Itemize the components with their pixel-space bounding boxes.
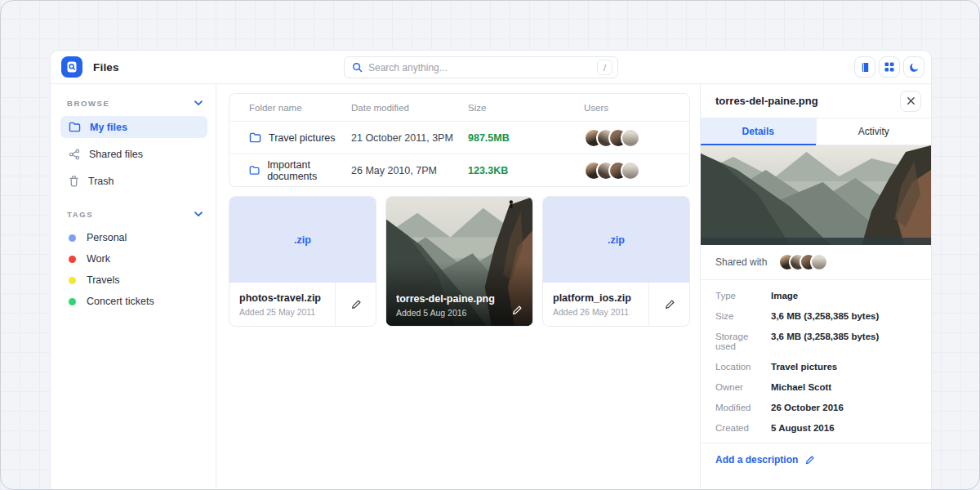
moon-icon[interactable] <box>903 56 924 78</box>
table-row[interactable]: Important documents 26 May 2010, 7PM 123… <box>229 154 689 186</box>
column-header: Date modified <box>351 103 468 113</box>
date-modified: 26 May 2010, 7PM <box>351 165 468 176</box>
sidebar-item-my-files[interactable]: My files <box>60 116 207 138</box>
detail-row-owner: Owner Michael Scott <box>715 382 916 392</box>
edit-button[interactable] <box>648 283 689 326</box>
app-logo-icon <box>61 56 82 78</box>
tag-label: Personal <box>87 232 127 243</box>
sidebar-section-browse[interactable]: BROWSE <box>60 96 207 111</box>
shared-with-label: Shared with <box>715 256 767 268</box>
file-card-torres-del-paine[interactable]: torres-del-paine.png Added 5 Aug 2016 <box>385 196 533 327</box>
panel-tabs: Details Activity <box>701 118 931 145</box>
tag-item-travels[interactable]: Travels <box>60 270 207 291</box>
chevron-down-icon[interactable] <box>194 212 203 217</box>
sidebar-item-trash[interactable]: Trash <box>60 170 207 192</box>
edit-button[interactable] <box>335 283 376 326</box>
main-content: Folder name Date modified Size Users Tra… <box>216 84 700 490</box>
chevron-down-icon[interactable] <box>194 100 203 106</box>
folder-size: 987.5MB <box>468 132 584 144</box>
detail-row-type: Type Image <box>715 291 916 301</box>
avatar <box>810 253 828 271</box>
pencil-icon <box>664 299 675 310</box>
detail-row-size: Size 3,6 MB (3,258,385 bytes) <box>715 311 916 321</box>
tag-color-dot <box>69 298 76 305</box>
tag-color-dot <box>69 234 76 242</box>
table-header-row: Folder name Date modified Size Users <box>229 94 689 121</box>
file-name: platform_ios.zip <box>553 292 639 304</box>
tag-item-personal[interactable]: Personal <box>60 227 207 248</box>
tag-label: Concert tickets <box>87 296 154 307</box>
detail-row-modified: Modified 26 October 2016 <box>715 403 916 412</box>
trash-icon <box>69 176 79 187</box>
search-icon <box>352 62 363 73</box>
file-name: photos-travel.zip <box>239 292 325 304</box>
details-panel: torres-del-paine.png Details Activity <box>700 84 931 490</box>
app-window: Files / <box>50 50 932 490</box>
topbar-actions <box>854 56 924 78</box>
users-avatars <box>584 128 689 148</box>
file-preview-image <box>701 145 931 245</box>
shared-with-avatars[interactable] <box>778 253 828 271</box>
zip-preview: .zip <box>543 197 689 283</box>
sidebar: BROWSE My files Shared <box>51 84 216 490</box>
detail-row-created: Created 5 August 2016 <box>715 423 916 433</box>
browse-section-label: BROWSE <box>67 99 109 108</box>
page-title: Files <box>93 61 119 74</box>
file-added-date: Added 25 May 2011 <box>239 307 325 317</box>
tag-color-dot <box>69 256 76 263</box>
folder-name: Important documents <box>267 159 351 182</box>
pencil-icon <box>511 305 523 316</box>
folders-table: Folder name Date modified Size Users Tra… <box>229 93 690 187</box>
file-added-date: Added 26 May 2011 <box>553 307 639 317</box>
zip-preview: .zip <box>229 197 376 283</box>
top-bar: Files / <box>51 51 931 84</box>
file-added-date: Added 5 Aug 2016 <box>396 308 511 318</box>
search-input[interactable] <box>368 62 597 74</box>
file-card-photos-travel[interactable]: .zip photos-travel.zip Added 25 May 2011 <box>229 196 376 327</box>
avatar <box>621 128 640 148</box>
tag-label: Work <box>87 253 110 265</box>
column-header: Size <box>468 103 584 113</box>
users-avatars <box>584 161 689 180</box>
folder-icon <box>69 122 81 132</box>
column-header: Users <box>584 103 689 113</box>
grid-icon[interactable] <box>879 56 900 78</box>
detail-row-storage-used: Storage used 3,6 MB (3,258,385 bytes) <box>715 332 916 351</box>
panel-title: torres-del-paine.png <box>715 95 818 107</box>
folder-name: Travel pictures <box>269 132 336 144</box>
share-icon <box>69 149 80 160</box>
folder-size: 123.3KB <box>468 165 584 176</box>
tab-activity[interactable]: Activity <box>816 118 932 145</box>
sidebar-item-label: Trash <box>88 176 114 187</box>
close-icon[interactable] <box>900 91 921 112</box>
file-cards: .zip photos-travel.zip Added 25 May 2011 <box>229 196 690 327</box>
tags-section-label: TAGS <box>67 210 93 219</box>
search-shortcut-key: / <box>597 60 612 75</box>
pencil-icon <box>804 455 815 466</box>
table-row[interactable]: Travel pictures 21 October 2011, 3PM 987… <box>229 121 689 154</box>
shared-with-row: Shared with <box>701 245 931 280</box>
sidebar-item-shared-files[interactable]: Shared files <box>60 143 207 165</box>
tag-label: Travels <box>87 274 120 286</box>
search-bar[interactable]: / <box>344 56 618 78</box>
edit-button[interactable] <box>511 305 523 318</box>
tag-item-concert-tickets[interactable]: Concert tickets <box>60 291 207 312</box>
folder-icon <box>249 132 261 143</box>
tag-color-dot <box>69 277 76 284</box>
file-card-platform-ios[interactable]: .zip platform_ios.zip Added 26 May 2011 <box>542 196 690 327</box>
folder-icon <box>249 165 260 176</box>
tag-item-work[interactable]: Work <box>60 248 207 270</box>
sidebar-item-label: My files <box>90 122 127 133</box>
avatar <box>621 161 640 180</box>
book-icon[interactable] <box>854 56 875 78</box>
date-modified: 21 October 2011, 3PM <box>351 132 468 144</box>
column-header: Folder name <box>249 103 351 113</box>
file-name: torres-del-paine.png <box>396 293 511 305</box>
tab-details[interactable]: Details <box>701 118 816 145</box>
file-details-list: Type Image Size 3,6 MB (3,258,385 bytes)… <box>701 280 931 443</box>
sidebar-item-label: Shared files <box>89 149 143 160</box>
add-description-button[interactable]: Add a description <box>701 443 931 476</box>
sidebar-section-tags[interactable]: TAGS <box>60 207 207 222</box>
pencil-icon <box>350 299 362 310</box>
detail-row-location: Location Travel pictures <box>715 362 916 372</box>
